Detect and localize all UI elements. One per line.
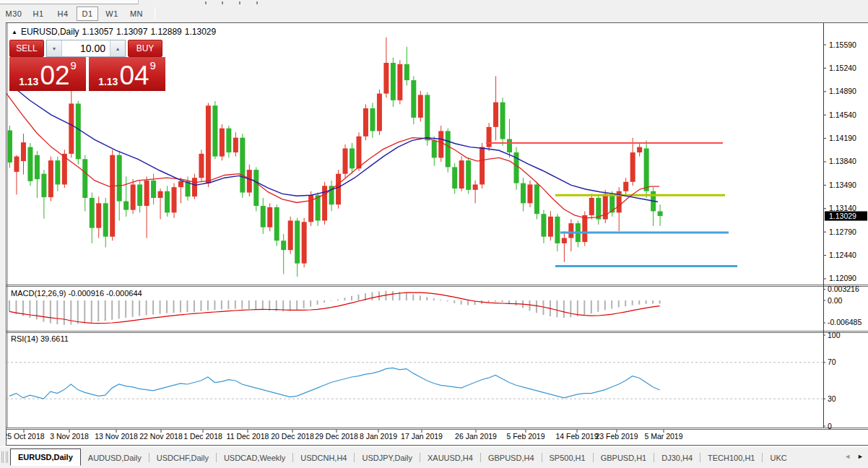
- timeframe-button-m30[interactable]: M30: [3, 6, 25, 21]
- symbol-tab-dj30[interactable]: DJ30,H4: [654, 450, 700, 466]
- svg-text:0.003216: 0.003216: [828, 285, 859, 293]
- volume-input[interactable]: [62, 40, 110, 56]
- toolbar-separator: [155, 7, 155, 20]
- sell-price-pip: 9: [71, 60, 77, 71]
- svg-text:8 Jan 2019: 8 Jan 2019: [360, 432, 397, 441]
- symbol-tab-gbpusd[interactable]: GBPUSD,H1: [594, 450, 654, 466]
- svg-text:0: 0: [828, 422, 832, 430]
- chart-window: 1.155901.152401.148901.145401.141901.138…: [6, 22, 868, 446]
- svg-text:70: 70: [828, 358, 836, 366]
- svg-text:22 Nov 2018: 22 Nov 2018: [139, 432, 183, 441]
- buy-button[interactable]: BUY: [128, 40, 162, 57]
- svg-text:1.14890: 1.14890: [829, 87, 856, 95]
- sell-price-box[interactable]: 1.13 02 9: [9, 57, 86, 91]
- buy-price-pip: 9: [150, 60, 156, 71]
- toolbar-tick: [222, 1, 223, 4]
- current-price-badge: 1.13029: [825, 212, 867, 221]
- toolbar-tick: [239, 1, 240, 4]
- macd-label: MACD(12,26,9) -0.000916 -0.000644: [11, 289, 142, 298]
- sell-price-main: 02: [40, 65, 69, 87]
- chart-header: ▲EURUSD,Daily1.130571.130971.128891.1302…: [12, 27, 219, 37]
- window-top-strip: [0, 0, 868, 5]
- buy-price-prefix: 1.13: [98, 77, 118, 87]
- tab-bar-grip[interactable]: [1, 451, 8, 463]
- volume-increase-button[interactable]: ▲: [110, 40, 125, 56]
- timeframe-button-h4[interactable]: H4: [52, 6, 74, 21]
- symbol-tab-sp500[interactable]: SP500,H1: [542, 450, 593, 466]
- toolbar-remnant: [0, 0, 139, 4]
- symbol-tab-xauusd[interactable]: XAUUSD,H4: [420, 450, 480, 466]
- svg-text:100: 100: [828, 331, 841, 339]
- symbol-tab-usdcad[interactable]: USDCAD,Weekly: [217, 450, 292, 466]
- volume-stepper: ▼ ▲: [46, 40, 126, 57]
- timeframe-toolbar: M30H1H4D1W1MN: [0, 5, 868, 22]
- sell-price-prefix: 1.13: [19, 77, 38, 87]
- symbol-tab-usdjpy[interactable]: USDJPY,Daily: [355, 450, 420, 466]
- chart-symbol-label: EURUSD,Daily: [21, 27, 79, 37]
- svg-text:23 Feb 2019: 23 Feb 2019: [596, 432, 638, 441]
- rsi-label: RSI(14) 39.6611: [11, 334, 69, 343]
- timeframe-button-mn[interactable]: MN: [126, 6, 147, 21]
- svg-text:5 Feb 2019: 5 Feb 2019: [506, 432, 544, 441]
- one-click-trading-panel: SELL ▼ ▲ BUY 1.13 02 9 1.13 04 9: [9, 40, 165, 91]
- svg-text:14 Feb 2019: 14 Feb 2019: [556, 432, 599, 441]
- timeframe-button-d1[interactable]: D1: [77, 6, 98, 21]
- svg-text:1.12790: 1.12790: [829, 228, 856, 236]
- symbol-tab-audusd[interactable]: AUDUSD,Daily: [81, 450, 149, 466]
- svg-text:11 Dec 2018: 11 Dec 2018: [227, 432, 269, 441]
- volume-decrease-button[interactable]: ▼: [47, 40, 62, 56]
- tab-scroll-right-icon[interactable]: ►: [857, 453, 864, 460]
- svg-text:30: 30: [828, 394, 836, 403]
- svg-text:1.12440: 1.12440: [829, 251, 856, 259]
- ohlc-high: 1.13097: [116, 27, 147, 37]
- svg-text:1.15590: 1.15590: [829, 40, 856, 49]
- buy-price-main: 04: [119, 65, 149, 87]
- date-axis[interactable]: 25 Oct 20183 Nov 201813 Nov 201822 Nov 2…: [6, 430, 683, 441]
- svg-text:1.13490: 1.13490: [829, 181, 856, 189]
- ohlc-low: 1.12889: [150, 27, 181, 37]
- svg-text:5 Mar 2019: 5 Mar 2019: [644, 432, 682, 441]
- ohlc-open: 1.13057: [82, 27, 113, 37]
- timeframe-button-w1[interactable]: W1: [101, 6, 123, 21]
- tab-scroll-left-icon[interactable]: ◄: [844, 453, 851, 460]
- sell-button[interactable]: SELL: [9, 40, 44, 57]
- timeframe-button-h1[interactable]: H1: [27, 6, 49, 21]
- symbol-tab-ukc[interactable]: UKC: [763, 450, 794, 466]
- svg-text:1.12090: 1.12090: [829, 274, 856, 282]
- svg-text:1.13840: 1.13840: [829, 157, 856, 165]
- symbol-tab-gbpusd[interactable]: GBPUSD,H4: [481, 450, 542, 466]
- symbol-tab-usdcnh[interactable]: USDCNH,H4: [293, 450, 354, 466]
- application-window: M30H1H4D1W1MN 1.155901.152401.148901.145…: [0, 0, 868, 468]
- buy-price-box[interactable]: 1.13 04 9: [89, 57, 165, 91]
- svg-text:26 Jan 2019: 26 Jan 2019: [455, 432, 497, 441]
- tab-scroll-arrows: ◄ ►: [838, 447, 868, 466]
- svg-text:0.00: 0.00: [828, 296, 843, 305]
- svg-text:13 Nov 2018: 13 Nov 2018: [95, 432, 138, 441]
- svg-text:20 Dec 2018: 20 Dec 2018: [271, 432, 314, 441]
- svg-text:29 Dec 2018: 29 Dec 2018: [315, 432, 358, 441]
- svg-text:1.14190: 1.14190: [829, 134, 856, 142]
- toolbar-tick: [205, 1, 207, 4]
- symbol-tab-eurusd[interactable]: EURUSD,Daily: [10, 448, 81, 466]
- svg-text:3 Nov 2018: 3 Nov 2018: [50, 432, 89, 441]
- svg-text:-0.006485: -0.006485: [828, 318, 862, 326]
- ohlc-close: 1.13029: [185, 27, 216, 37]
- symbol-tab-bar: EURUSD,DailyAUDUSD,DailyUSDCHF,DailyUSDC…: [0, 446, 868, 466]
- collapse-arrow-icon[interactable]: ▲: [12, 29, 17, 35]
- svg-text:1.13029: 1.13029: [829, 212, 856, 220]
- svg-text:1 Dec 2018: 1 Dec 2018: [183, 432, 222, 441]
- svg-text:25 Oct 2018: 25 Oct 2018: [6, 432, 45, 441]
- toolbar-tick: [256, 1, 258, 4]
- svg-text:1.14540: 1.14540: [829, 110, 856, 119]
- svg-text:1.15240: 1.15240: [829, 64, 856, 72]
- svg-text:17 Jan 2019: 17 Jan 2019: [401, 432, 443, 441]
- symbol-tab-tech100[interactable]: TECH100,H1: [700, 450, 762, 466]
- symbol-tab-usdchf[interactable]: USDCHF,Daily: [149, 450, 216, 466]
